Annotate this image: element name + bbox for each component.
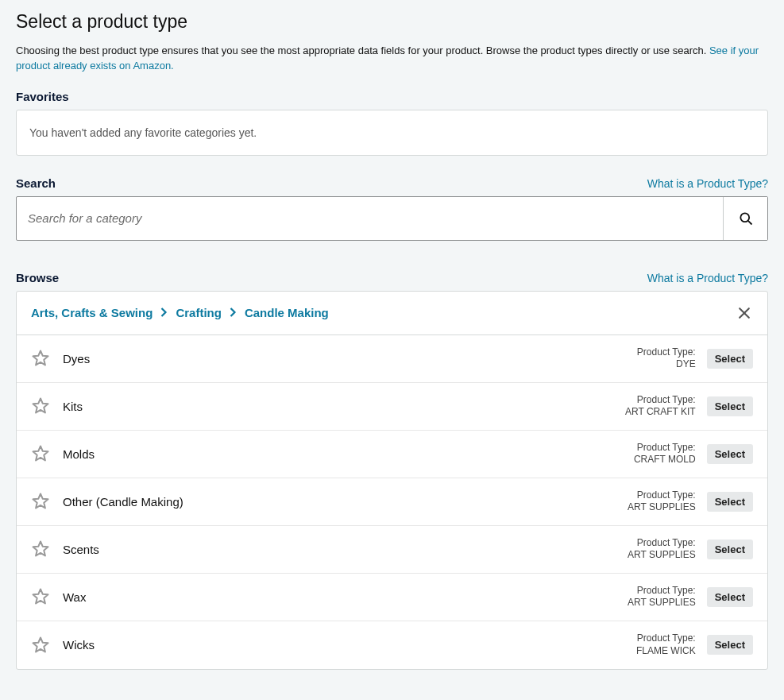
category-name[interactable]: Other (Candle Making) [63, 495, 615, 509]
product-type-value: ART SUPPLIES [628, 549, 696, 562]
breadcrumb-crumb[interactable]: Arts, Crafts & Sewing [31, 306, 153, 319]
product-type-label: Product Type: [637, 346, 696, 359]
favorite-star-icon[interactable] [31, 349, 50, 368]
select-button[interactable]: Select [707, 444, 753, 464]
product-type-block: Product Type:ART SUPPLIES [628, 537, 696, 562]
clear-breadcrumb-button[interactable] [736, 304, 753, 322]
favorite-star-icon[interactable] [31, 587, 50, 606]
favorites-heading: Favorites [16, 90, 69, 103]
favorite-star-icon[interactable] [31, 492, 50, 511]
favorites-empty-box: You haven't added any favorite categorie… [16, 110, 768, 156]
product-type-block: Product Type:CRAFT MOLD [634, 442, 696, 466]
row-right: Product Type:ART SUPPLIESSelect [628, 489, 753, 514]
svg-marker-7 [33, 494, 48, 509]
chevron-right-icon [230, 306, 237, 319]
svg-marker-8 [33, 542, 48, 556]
product-type-label: Product Type: [634, 442, 696, 454]
search-input[interactable] [17, 197, 723, 240]
favorite-star-icon[interactable] [31, 636, 50, 655]
category-row: KitsProduct Type:ART CRAFT KITSelect [17, 383, 767, 431]
product-type-value: ART SUPPLIES [628, 501, 696, 514]
close-icon [736, 305, 752, 321]
category-name[interactable]: Dyes [63, 352, 624, 365]
product-type-block: Product Type:ART SUPPLIES [628, 585, 696, 609]
row-right: Product Type:CRAFT MOLDSelect [634, 442, 753, 466]
product-type-label: Product Type: [628, 585, 696, 598]
category-row: Other (Candle Making)Product Type:ART SU… [17, 478, 767, 526]
product-type-value: FLAME WICK [636, 645, 696, 658]
svg-line-1 [747, 221, 751, 225]
select-button[interactable]: Select [707, 492, 753, 512]
product-type-label: Product Type: [625, 394, 696, 407]
svg-point-0 [740, 213, 749, 222]
category-name[interactable]: Scents [63, 543, 615, 556]
browse-heading: Browse [16, 271, 59, 284]
product-type-label: Product Type: [628, 537, 696, 550]
category-name[interactable]: Wicks [63, 638, 624, 652]
svg-marker-9 [33, 590, 48, 604]
product-type-block: Product Type:ART CRAFT KIT [625, 394, 696, 419]
category-row: MoldsProduct Type:CRAFT MOLDSelect [17, 431, 767, 478]
breadcrumb-crumb[interactable]: Candle Making [245, 306, 329, 319]
search-icon [738, 211, 754, 226]
row-right: Product Type:FLAME WICKSelect [636, 632, 753, 657]
row-right: Product Type:ART CRAFT KITSelect [625, 394, 753, 419]
breadcrumb-row: Arts, Crafts & SewingCraftingCandle Maki… [17, 292, 767, 335]
search-help-link[interactable]: What is a Product Type? [647, 177, 768, 190]
category-row: DyesProduct Type:DYESelect [17, 335, 767, 383]
svg-marker-4 [33, 351, 48, 365]
svg-marker-5 [33, 399, 48, 413]
svg-marker-6 [33, 447, 48, 461]
intro-text: Choosing the best product type ensures t… [16, 44, 709, 56]
product-type-value: ART SUPPLIES [628, 597, 696, 609]
svg-marker-10 [33, 637, 48, 652]
product-type-label: Product Type: [628, 489, 696, 502]
select-button[interactable]: Select [707, 540, 753, 559]
browse-box: Arts, Crafts & SewingCraftingCandle Maki… [16, 291, 768, 670]
product-type-block: Product Type:FLAME WICK [636, 632, 696, 657]
select-button[interactable]: Select [707, 587, 753, 607]
category-row: WicksProduct Type:FLAME WICKSelect [17, 621, 767, 669]
category-row: ScentsProduct Type:ART SUPPLIESSelect [17, 526, 767, 574]
row-right: Product Type:ART SUPPLIESSelect [628, 537, 753, 562]
search-box [16, 196, 768, 241]
product-type-label: Product Type: [636, 632, 696, 645]
product-type-value: CRAFT MOLD [634, 454, 696, 466]
select-button[interactable]: Select [707, 396, 753, 416]
search-heading: Search [16, 176, 56, 190]
product-type-block: Product Type:DYE [637, 346, 696, 371]
favorites-empty-text: You haven't added any favorite categorie… [29, 126, 257, 139]
category-row: WaxProduct Type:ART SUPPLIESSelect [17, 574, 767, 621]
chevron-right-icon [160, 306, 168, 319]
search-button[interactable] [723, 197, 767, 240]
product-type-block: Product Type:ART SUPPLIES [628, 489, 696, 514]
browse-help-link[interactable]: What is a Product Type? [647, 272, 768, 284]
category-name[interactable]: Wax [63, 590, 615, 604]
category-name[interactable]: Kits [63, 400, 612, 413]
select-button[interactable]: Select [707, 635, 753, 655]
breadcrumb: Arts, Crafts & SewingCraftingCandle Maki… [31, 306, 329, 319]
product-type-value: ART CRAFT KIT [625, 406, 696, 419]
row-right: Product Type:DYESelect [637, 346, 753, 371]
page-title: Select a product type [16, 11, 768, 33]
row-right: Product Type:ART SUPPLIESSelect [628, 585, 753, 609]
category-name[interactable]: Molds [63, 447, 621, 461]
favorite-star-icon[interactable] [31, 444, 50, 463]
favorite-star-icon[interactable] [31, 540, 50, 559]
favorite-star-icon[interactable] [31, 396, 50, 416]
select-button[interactable]: Select [707, 349, 753, 369]
intro-paragraph: Choosing the best product type ensures t… [16, 44, 768, 74]
breadcrumb-crumb[interactable]: Crafting [176, 306, 222, 319]
product-type-value: DYE [637, 358, 696, 371]
